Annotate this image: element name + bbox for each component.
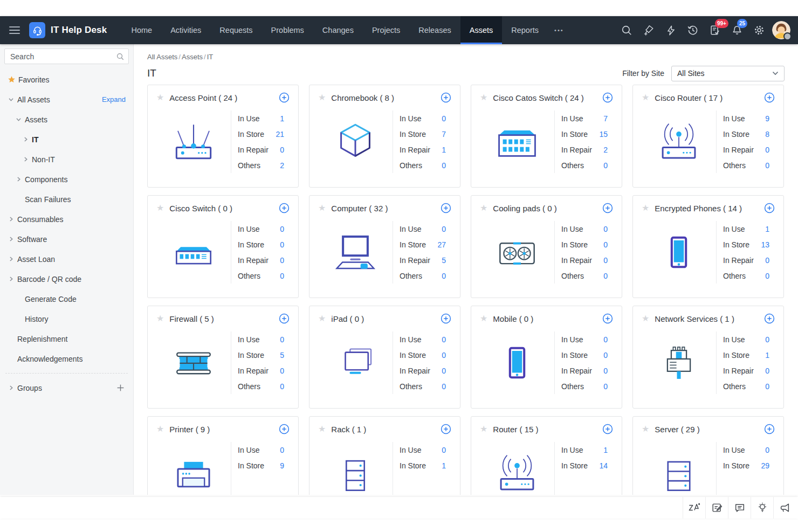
stat-value[interactable]: 1	[280, 114, 284, 123]
stat-value[interactable]: 1	[603, 446, 608, 454]
stat-value[interactable]: 0	[603, 240, 608, 249]
stat-value[interactable]: 0	[442, 225, 446, 233]
suggestion-bulb-icon[interactable]	[751, 497, 773, 519]
stat-value[interactable]: 15	[599, 130, 608, 139]
stat-value[interactable]: 0	[765, 382, 769, 391]
nav-item-releases[interactable]: Releases	[409, 16, 460, 44]
stat-value[interactable]: 0	[765, 446, 769, 454]
sidebar-item-non-it[interactable]: Non-IT	[4, 149, 129, 169]
stat-value[interactable]: 0	[603, 272, 608, 280]
add-asset-icon[interactable]	[764, 313, 775, 324]
breadcrumb-item[interactable]: Assets	[182, 53, 203, 61]
asset-card-server[interactable]: ★ Server ( 29 ) In Use0In Store29	[632, 416, 784, 495]
breadcrumb-item[interactable]: IT	[207, 53, 214, 61]
breadcrumb-item[interactable]: All Assets	[147, 53, 177, 61]
sidebar-item-history[interactable]: History	[4, 309, 129, 329]
sidebar-item-components[interactable]: Components	[4, 169, 129, 189]
add-asset-icon[interactable]	[441, 203, 451, 213]
stat-value[interactable]: 29	[761, 461, 769, 470]
stat-value[interactable]: 0	[603, 256, 608, 265]
sidebar-item-consumables[interactable]: Consumables	[4, 209, 129, 229]
favorite-star-icon[interactable]: ★	[642, 204, 649, 212]
stat-value[interactable]: 0	[765, 161, 769, 170]
stat-value[interactable]: 0	[603, 225, 608, 233]
asset-card-rack[interactable]: ★ Rack ( 1 ) In Use0In Store1	[309, 416, 460, 495]
sidebar-item-it[interactable]: IT	[4, 129, 129, 149]
stat-value[interactable]: 0	[603, 351, 608, 360]
nav-item-more[interactable]: •••	[548, 16, 570, 44]
favorite-star-icon[interactable]: ★	[156, 204, 164, 212]
add-asset-icon[interactable]	[764, 424, 775, 434]
add-asset-icon[interactable]	[602, 424, 613, 434]
chat-icon[interactable]	[728, 497, 751, 519]
asset-card-title[interactable]: Printer ( 9 )	[169, 425, 210, 434]
stat-value[interactable]: 0	[765, 272, 769, 280]
nav-item-activities[interactable]: Activities	[161, 16, 210, 44]
asset-card-title[interactable]: Cisco Router ( 17 )	[655, 93, 723, 102]
asset-card-ipad[interactable]: ★ iPad ( 0 ) In Use0In Store0In Repair0O…	[309, 306, 460, 409]
stat-value[interactable]: 0	[280, 382, 284, 391]
sidebar-item-acknowledgements[interactable]: Acknowledgements	[4, 349, 129, 369]
nav-item-assets[interactable]: Assets	[460, 16, 503, 44]
stat-value[interactable]: 21	[276, 130, 284, 139]
sidebar-item-assets[interactable]: Assets	[4, 109, 129, 129]
add-asset-icon[interactable]	[441, 92, 451, 103]
stat-value[interactable]: 0	[442, 161, 446, 170]
nav-item-reports[interactable]: Reports	[502, 16, 548, 44]
hamburger-menu-icon[interactable]	[0, 16, 29, 44]
flash-icon[interactable]	[662, 21, 680, 39]
app-brand[interactable]: IT Help Desk	[29, 16, 122, 44]
stat-value[interactable]: 0	[603, 335, 608, 344]
favorite-star-icon[interactable]: ★	[480, 204, 487, 212]
expand-link[interactable]: Expand	[102, 95, 129, 103]
stat-value[interactable]: 0	[280, 272, 284, 280]
favorite-star-icon[interactable]: ★	[642, 93, 649, 102]
stat-value[interactable]: 0	[765, 146, 769, 154]
favorite-star-icon[interactable]: ★	[642, 425, 649, 433]
stat-value[interactable]: 0	[442, 335, 446, 344]
add-asset-icon[interactable]	[441, 313, 451, 324]
asset-card-title[interactable]: iPad ( 0 )	[331, 314, 364, 323]
favorite-star-icon[interactable]: ★	[318, 314, 326, 323]
asset-card-chromebook[interactable]: ★ Chromebook ( 8 ) In Use0In Store7In Re…	[309, 85, 460, 188]
stat-value[interactable]: 0	[280, 256, 284, 265]
sidebar-item-replenishment[interactable]: Replenishment	[4, 329, 129, 349]
stat-value[interactable]: 1	[442, 461, 446, 470]
announcement-icon[interactable]	[773, 497, 796, 519]
asset-card-title[interactable]: Rack ( 1 )	[331, 425, 366, 434]
stat-value[interactable]: 0	[280, 240, 284, 249]
stat-value[interactable]: 1	[442, 146, 446, 154]
favorite-star-icon[interactable]: ★	[480, 93, 487, 102]
asset-card-title[interactable]: Encrypted Phones ( 14 )	[655, 204, 742, 213]
asset-card-title[interactable]: Server ( 29 )	[655, 425, 699, 434]
stat-value[interactable]: 1	[765, 225, 769, 233]
feedback-edit-icon[interactable]	[705, 497, 728, 519]
sidebar-item-barcode-qr-code[interactable]: Barcode / QR code	[4, 269, 129, 289]
nav-item-projects[interactable]: Projects	[363, 16, 409, 44]
search-input[interactable]	[4, 49, 129, 64]
add-asset-icon[interactable]	[441, 424, 451, 434]
stat-value[interactable]: 0	[603, 382, 608, 391]
add-asset-icon[interactable]	[279, 92, 290, 103]
asset-card-firewall[interactable]: ★ Firewall ( 5 ) In Use0In Store5In Repa…	[147, 306, 299, 409]
history-icon[interactable]	[684, 21, 702, 39]
stat-value[interactable]: 0	[603, 161, 608, 170]
asset-card-title[interactable]: Mobile ( 0 )	[493, 314, 533, 323]
stat-value[interactable]: 2	[280, 161, 284, 170]
stat-value[interactable]: 8	[765, 130, 769, 139]
stat-value[interactable]: 0	[765, 335, 769, 344]
nav-item-problems[interactable]: Problems	[262, 16, 313, 44]
sidebar-item-groups[interactable]: Groups	[4, 378, 129, 398]
sidebar-item-asset-loan[interactable]: Asset Loan	[4, 249, 129, 269]
stat-value[interactable]: 0	[442, 272, 446, 280]
stat-value[interactable]: 0	[280, 146, 284, 154]
asset-card-mobile[interactable]: ★ Mobile ( 0 ) In Use0In Store0In Repair…	[471, 306, 622, 409]
asset-card-cisco-router[interactable]: ★ Cisco Router ( 17 ) In Use9In Store8In…	[632, 85, 784, 188]
stat-value[interactable]: 5	[442, 256, 446, 265]
asset-card-cisco-catos-switch[interactable]: ★ Cisco Catos Switch ( 24 ) In Use7In St…	[471, 85, 622, 188]
asset-card-printer[interactable]: ★ Printer ( 9 ) In Use0In Store9	[147, 416, 299, 495]
site-select[interactable]: All Sites	[671, 66, 785, 81]
avatar-icon[interactable]	[772, 21, 790, 39]
add-asset-icon[interactable]	[279, 313, 290, 324]
asset-card-cooling-pads[interactable]: ★ Cooling pads ( 0 ) In Use0In Store0In …	[471, 195, 622, 298]
